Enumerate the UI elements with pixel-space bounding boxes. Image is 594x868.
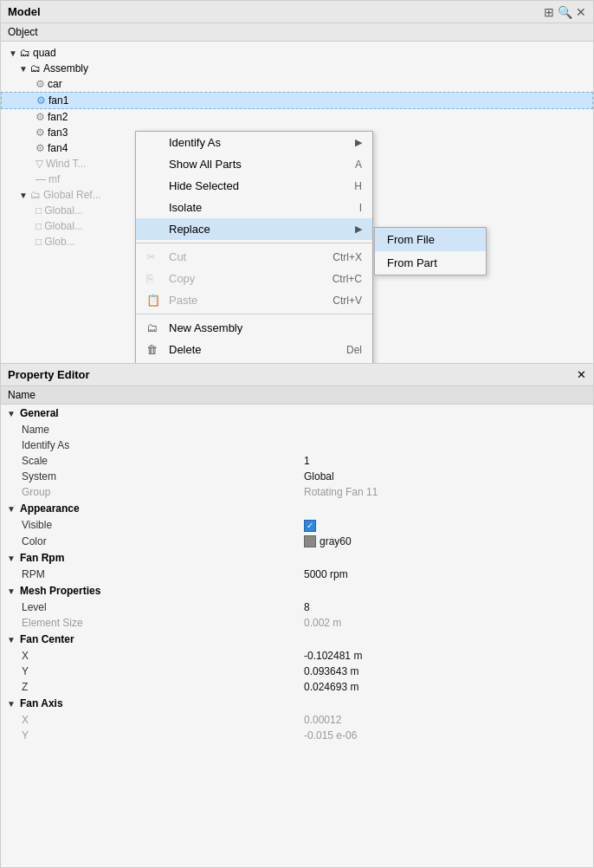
- tree-label-mf: mf: [48, 173, 60, 185]
- prop-name-color: Color: [22, 535, 304, 548]
- prop-name-center-y: Y: [22, 665, 304, 677]
- section-appearance[interactable]: ▼ Appearance: [1, 500, 593, 517]
- menu-label-copy: Copy: [169, 272, 333, 285]
- expand-fan-rpm[interactable]: ▼: [6, 553, 16, 563]
- menu-label-paste: Paste: [169, 294, 333, 307]
- section-fan-rpm[interactable]: ▼ Fan Rpm: [1, 549, 593, 567]
- part-icon: ⚙: [36, 78, 45, 90]
- prop-name-axis-y: Y: [22, 729, 304, 742]
- prop-name-center-x: X: [22, 650, 304, 662]
- prop-value-group: Rotating Fan 11: [304, 486, 586, 498]
- menu-item-copy[interactable]: ⎘ Copy Ctrl+C: [136, 268, 372, 289]
- menu-item-hide-selected[interactable]: Hide Selected H: [136, 175, 372, 197]
- tree-label-fan2: fan2: [48, 111, 68, 123]
- prop-row-center-x: X -0.102481 m: [1, 648, 593, 664]
- replace-submenu: From File From Part: [374, 227, 487, 275]
- model-subheader: Object: [1, 23, 593, 42]
- prop-name-identify-as: Identify As: [22, 439, 304, 451]
- tree-label-wind: Wind T...: [46, 158, 86, 170]
- prop-row-system: System Global: [1, 469, 593, 484]
- prop-name-element-size: Element Size: [22, 617, 304, 629]
- tree-label-fan3: fan3: [48, 126, 68, 139]
- close-icon[interactable]: ✕: [576, 5, 586, 19]
- expand-quad[interactable]: ▼: [8, 48, 18, 58]
- expand-global-ref[interactable]: ▼: [18, 190, 29, 200]
- visible-checkbox[interactable]: ✓: [304, 520, 316, 532]
- prop-name-center-z: Z: [22, 681, 304, 693]
- col-name-label: Name: [8, 389, 297, 401]
- prop-value-color: gray60: [304, 535, 586, 548]
- section-mesh-label: Mesh Properties: [20, 585, 100, 597]
- expand-fan-axis[interactable]: ▼: [6, 698, 16, 709]
- prop-row-name: Name: [1, 422, 593, 437]
- prop-value-element-size: 0.002 m: [304, 617, 586, 629]
- section-fan-center[interactable]: ▼ Fan Center: [1, 631, 593, 648]
- prop-row-scale: Scale 1: [1, 453, 593, 469]
- prop-name-name: Name: [22, 424, 304, 436]
- submenu-from-file[interactable]: From File: [375, 228, 486, 251]
- tree-label-global3: Glob...: [44, 236, 74, 248]
- expand-assembly[interactable]: ▼: [18, 63, 29, 74]
- menu-label-show-all-parts: Show All Parts: [169, 158, 355, 171]
- menu-item-show-all-parts[interactable]: Show All Parts A: [136, 153, 372, 175]
- search-icon[interactable]: 🔍: [558, 5, 572, 19]
- section-appearance-label: Appearance: [20, 502, 80, 515]
- menu-label-isolate: Isolate: [169, 201, 359, 214]
- tree-item-assembly[interactable]: ▼ 🗂 Assembly: [1, 61, 593, 76]
- grid-icon[interactable]: ⊞: [544, 5, 554, 19]
- shortcut-cut: Ctrl+X: [333, 251, 362, 263]
- shortcut-show-all: A: [355, 159, 362, 171]
- tree-label-car: car: [48, 78, 62, 90]
- color-swatch: [304, 535, 316, 547]
- part-icon-fan1: ⚙: [36, 94, 46, 107]
- tree-item-car[interactable]: ⚙ car: [1, 76, 593, 92]
- section-general[interactable]: ▼ General: [1, 405, 593, 422]
- model-panel-title: Model: [8, 5, 41, 18]
- tree-label-assembly: Assembly: [43, 62, 88, 74]
- menu-item-replace[interactable]: Replace ▶: [136, 218, 372, 240]
- menu-item-cut[interactable]: ✂ Cut Ctrl+X: [136, 246, 372, 268]
- section-fan-axis[interactable]: ▼ Fan Axis: [1, 695, 593, 712]
- prop-row-level: Level 8: [1, 599, 593, 615]
- paste-icon: 📋: [146, 294, 164, 307]
- prop-row-axis-x: X 0.00012: [1, 712, 593, 728]
- menu-item-isolate[interactable]: Isolate I: [136, 197, 372, 218]
- menu-label-replace: Replace: [169, 223, 355, 236]
- tree-label-fan1: fan1: [48, 94, 68, 107]
- identify-as-arrow: ▶: [355, 137, 362, 148]
- prop-row-center-z: Z 0.024693 m: [1, 679, 593, 695]
- shortcut-isolate: I: [359, 202, 362, 214]
- menu-label-hide-selected: Hide Selected: [169, 179, 354, 192]
- property-editor-close-icon[interactable]: ✕: [577, 368, 586, 381]
- expand-fan-center[interactable]: ▼: [6, 634, 16, 645]
- menu-item-paste[interactable]: 📋 Paste Ctrl+V: [136, 289, 372, 311]
- menu-item-delete[interactable]: 🗑 Delete Del: [136, 339, 372, 360]
- menu-item-identify-as[interactable]: Identify As ▶: [136, 132, 372, 153]
- property-editor-panel: Property Editor ✕ Name ▼ General Name Id…: [0, 364, 594, 868]
- delete-icon: 🗑: [146, 343, 164, 356]
- mf-icon: —: [36, 173, 46, 185]
- shortcut-delete: Del: [346, 344, 362, 356]
- prop-name-visible: Visible: [22, 519, 304, 532]
- expand-mesh[interactable]: ▼: [6, 586, 16, 596]
- tree-item-fan1[interactable]: ⚙ fan1: [1, 92, 593, 109]
- prop-value-axis-x: 0.00012: [304, 714, 586, 726]
- expand-general[interactable]: ▼: [6, 408, 16, 418]
- prop-name-axis-x: X: [22, 714, 304, 726]
- prop-row-center-y: Y 0.093643 m: [1, 664, 593, 679]
- expand-appearance[interactable]: ▼: [6, 503, 16, 514]
- tree-item-fan2[interactable]: ⚙ fan2: [1, 109, 593, 125]
- model-panel-header: Model ⊞ 🔍 ✕: [1, 1, 593, 23]
- col-value-label: [297, 389, 586, 401]
- section-mesh-properties[interactable]: ▼ Mesh Properties: [1, 582, 593, 599]
- submenu-from-part[interactable]: From Part: [375, 251, 486, 275]
- prop-value-level: 8: [304, 601, 586, 613]
- menu-divider-2: [136, 314, 372, 314]
- menu-item-new-assembly[interactable]: 🗂 New Assembly: [136, 317, 372, 339]
- prop-row-group: Group Rotating Fan 11: [1, 484, 593, 500]
- property-editor-header: Property Editor ✕: [1, 364, 593, 386]
- menu-label-delete: Delete: [169, 343, 346, 356]
- section-fan-center-label: Fan Center: [20, 633, 74, 645]
- tree-item-quad[interactable]: ▼ 🗂 quad: [1, 45, 593, 61]
- menu-divider-1: [136, 243, 372, 243]
